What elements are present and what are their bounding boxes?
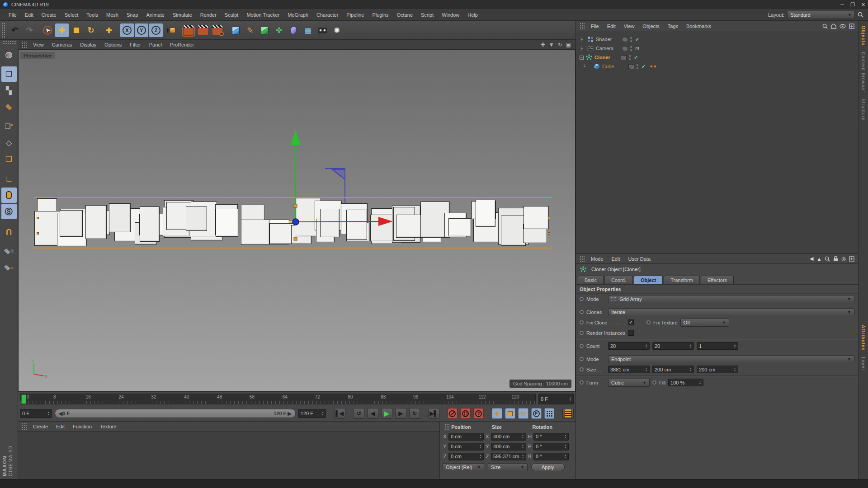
uv-grid-button[interactable]: ▦ (1, 99, 17, 114)
menu-octane[interactable]: Octane (393, 11, 417, 19)
play-button[interactable]: ▶ (381, 408, 392, 419)
object-row-shader[interactable]: ├ Shader ✓ (576, 35, 858, 44)
endpoint-mode-dropdown[interactable]: Endpoint▼ (608, 355, 854, 363)
record-pla-button[interactable] (544, 408, 555, 419)
snap-settings-button[interactable]: Ⓢ (1, 204, 17, 219)
coords-mode-dropdown[interactable]: Object (Rel)▼ (443, 463, 484, 471)
prev-frame-button[interactable]: ◀ (367, 408, 378, 419)
lock-y-axis-button[interactable]: Y (135, 23, 148, 37)
render-view-button[interactable] (182, 23, 195, 37)
palette-grip[interactable] (2, 41, 16, 44)
edges-mode-button[interactable]: ◇ (1, 135, 17, 150)
live-selection-button[interactable]: ➤ (41, 23, 54, 37)
vp-menu-display[interactable]: Display (76, 41, 100, 49)
viewport-pan-icon[interactable]: ✚ (541, 42, 545, 48)
viewport-label[interactable]: Perspective (20, 52, 55, 59)
record-parameter-button[interactable]: P (531, 408, 542, 419)
menu-motion-tracker[interactable]: Motion Tracker (242, 11, 283, 19)
om-menu-objects[interactable]: Objects (638, 22, 663, 30)
record-position-button[interactable]: ✚ (492, 408, 502, 419)
am-menu-edit[interactable]: Edit (608, 255, 624, 263)
timeline-track[interactable]: 0 8 16 24 32 40 48 56 64 72 80 88 96 104… (20, 394, 536, 404)
search-icon[interactable] (825, 256, 830, 262)
position-y-field[interactable]: 0 cm▲▼ (448, 443, 484, 450)
maximize-button[interactable]: ❐ (850, 2, 855, 8)
animation-dot-icon[interactable] (580, 310, 584, 314)
next-key-button[interactable]: ↻ (409, 408, 420, 419)
size-x-field[interactable]: 3881 cm▲▼ (608, 366, 650, 373)
menu-snap[interactable]: Snap (123, 11, 142, 19)
camera-tool-button[interactable] (316, 23, 329, 37)
tab-attributes-vertical[interactable]: Attributes (861, 325, 866, 351)
apply-button[interactable]: Apply (531, 463, 565, 471)
lock-x-axis-button[interactable]: X (120, 23, 134, 37)
history-up-icon[interactable]: ▲ (817, 256, 822, 262)
mat-menu-create[interactable]: Create (29, 422, 52, 431)
tab-layer-vertical[interactable]: Layer (861, 357, 866, 371)
polygons-mode-button[interactable]: ❒ (1, 151, 17, 167)
move-tool-button[interactable]: ✚ (55, 23, 69, 37)
current-frame-marker[interactable] (21, 394, 26, 404)
record-rotation-button[interactable]: ↻ (518, 408, 528, 419)
search-icon[interactable] (858, 12, 863, 18)
om-menu-tags[interactable]: Tags (664, 22, 682, 30)
om-menu-file[interactable]: File (587, 22, 603, 30)
menu-file[interactable]: File (5, 11, 21, 19)
perspective-viewport[interactable]: Perspective (18, 50, 576, 392)
tab-transform[interactable]: Transform (664, 276, 700, 284)
vp-menu-filter[interactable]: Filter (126, 41, 145, 49)
redo-button[interactable]: ↷ (23, 23, 36, 37)
object-tags[interactable] (650, 65, 656, 68)
pen-spline-button[interactable]: ✎ (243, 23, 257, 37)
animation-dot-icon[interactable] (580, 380, 584, 385)
object-manager-grip[interactable] (580, 23, 585, 30)
om-menu-view[interactable]: View (620, 22, 639, 30)
clones-dropdown[interactable]: Iterate▼ (608, 308, 854, 316)
deformer-button[interactable] (287, 23, 300, 37)
record-scale-button[interactable] (505, 408, 515, 419)
tab-object[interactable]: Object (634, 276, 663, 284)
add-panel-icon[interactable] (849, 256, 854, 262)
viewport-input-button[interactable] (1, 188, 17, 203)
last-tool-button[interactable]: ✚ (102, 23, 116, 37)
texture-mode-button[interactable]: ▚ (1, 83, 17, 98)
record-keyframe-button[interactable] (448, 408, 458, 419)
size-x-field[interactable]: 400 cm▲▼ (491, 433, 526, 441)
eye-icon[interactable] (840, 24, 846, 28)
rotation-b-field[interactable]: 0 °▲▼ (533, 453, 569, 460)
size-z-field[interactable]: 200 cm▲▼ (697, 366, 738, 373)
menu-mesh[interactable]: Mesh (102, 11, 123, 19)
menu-character[interactable]: Character (312, 11, 342, 19)
mat-menu-texture[interactable]: Texture (96, 422, 120, 431)
layer-swatch[interactable] (628, 64, 634, 69)
menu-sculpt[interactable]: Sculpt (221, 11, 243, 19)
animation-dot-icon[interactable] (652, 380, 656, 385)
keyframe-presets-button[interactable] (562, 408, 574, 419)
floor-button[interactable]: ▦ (301, 23, 315, 37)
layer-swatch[interactable] (622, 46, 628, 51)
om-menu-edit[interactable]: Edit (603, 22, 620, 30)
menu-select[interactable]: Select (61, 11, 83, 19)
am-menu-user-data[interactable]: User Data (624, 255, 655, 263)
size-y-field[interactable]: 400 cm▲▼ (491, 443, 526, 450)
vp-menu-panel[interactable]: Panel (145, 41, 166, 49)
material-grip[interactable] (22, 423, 27, 430)
minimize-button[interactable]: ─ (840, 2, 844, 8)
viewport-grip[interactable] (22, 41, 27, 48)
menu-plugins[interactable]: Plugins (368, 11, 392, 19)
animation-dot-icon[interactable] (580, 367, 584, 371)
fix-clone-checkbox[interactable]: ✓ (628, 319, 634, 325)
mat-menu-function[interactable]: Function (69, 422, 96, 431)
axis-mode-button[interactable]: ∟ (1, 171, 17, 187)
light-tool-button[interactable]: ✺ (330, 23, 344, 37)
coordinate-system-button[interactable]: ⬆ (164, 23, 177, 37)
menu-script[interactable]: Script (417, 11, 438, 19)
mat-menu-edit[interactable]: Edit (52, 422, 69, 431)
menu-animate[interactable]: Animate (142, 11, 169, 19)
menu-mograph[interactable]: MoGraph (283, 11, 312, 19)
workplane-lock-button[interactable]: ▦⚿ (1, 244, 17, 259)
size-z-field[interactable]: 595.371 cm▲▼ (491, 453, 526, 460)
viewport-rotate-icon[interactable]: ↻ (558, 42, 562, 48)
viewport-zoom-icon[interactable]: ▼ (549, 42, 554, 48)
rotation-h-field[interactable]: 0 °▲▼ (533, 433, 569, 441)
